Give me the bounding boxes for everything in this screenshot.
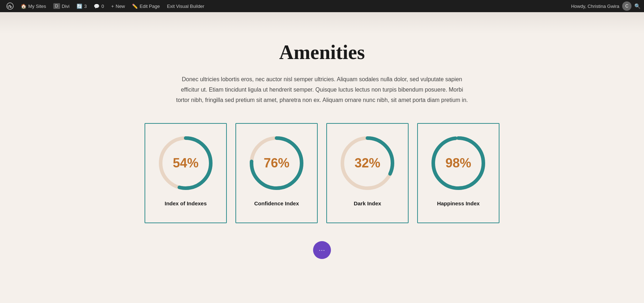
stat-value-confidence-index: 76% — [264, 156, 289, 171]
avatar-initials: C — [625, 4, 629, 9]
admin-bar: 🏠 My Sites D Divi 🔄 3 💬 0 + New ✏️ Edit … — [0, 0, 644, 12]
user-greeting: Howdy, Christina Gwira — [571, 4, 619, 9]
edit-page-label: Edit Page — [140, 4, 160, 9]
stat-label-dark-index: Dark Index — [354, 200, 381, 206]
float-action-button[interactable]: ··· — [313, 241, 331, 259]
stat-label-confidence-index: Confidence Index — [254, 200, 299, 206]
wordpress-logo-button[interactable] — [4, 0, 16, 12]
page-title: Amenities — [279, 41, 365, 64]
new-content-button[interactable]: + New — [108, 0, 128, 12]
stat-label-happiness-index: Happiness Index — [437, 200, 479, 206]
stats-grid: 54% Index of Indexes 76% Confidence Inde… — [130, 123, 514, 223]
exit-visual-builder-button[interactable]: Exit Visual Builder — [164, 0, 208, 12]
edit-page-button[interactable]: ✏️ Edit Page — [129, 0, 162, 12]
stat-value-index-of-indexes: 54% — [173, 156, 199, 171]
comments-icon: 💬 — [94, 4, 99, 9]
house-icon: 🏠 — [21, 4, 26, 9]
circle-confidence-index: 76% — [248, 135, 305, 192]
stat-value-happiness-index: 98% — [445, 156, 471, 171]
content-section: Amenities Donec ultricies lobortis eros,… — [161, 34, 483, 123]
stat-card-confidence-index: 76% Confidence Index — [235, 123, 318, 223]
divi-button[interactable]: D Divi — [50, 0, 72, 12]
circle-index-of-indexes: 54% — [157, 135, 214, 192]
stat-label-index-of-indexes: Index of Indexes — [165, 200, 207, 206]
stat-card-index-of-indexes: 54% Index of Indexes — [145, 123, 227, 223]
my-sites-label: My Sites — [28, 4, 46, 9]
circle-happiness-index: 98% — [430, 135, 487, 192]
circle-dark-index: 32% — [339, 135, 396, 192]
divi-icon: D — [53, 3, 60, 9]
stat-card-happiness-index: 98% Happiness Index — [417, 123, 499, 223]
updates-icon: 🔄 — [77, 4, 82, 9]
pencil-icon: ✏️ — [132, 4, 138, 9]
admin-bar-right: Howdy, Christina Gwira C 🔍 — [571, 1, 640, 11]
exit-vb-label: Exit Visual Builder — [167, 4, 205, 9]
ellipsis-icon: ··· — [319, 246, 325, 254]
avatar[interactable]: C — [622, 1, 631, 11]
stat-value-dark-index: 32% — [355, 156, 380, 171]
top-gradient — [0, 12, 644, 34]
page-description: Donec ultricies lobortis eros, nec aucto… — [175, 74, 469, 105]
comments-button[interactable]: 💬 0 — [91, 0, 107, 12]
page-content: Amenities Donec ultricies lobortis eros,… — [0, 0, 644, 303]
plus-icon: + — [111, 4, 114, 9]
search-icon[interactable]: 🔍 — [634, 3, 640, 9]
divi-label: Divi — [62, 4, 70, 9]
updates-count: 3 — [84, 4, 87, 9]
stat-card-dark-index: 32% Dark Index — [326, 123, 409, 223]
updates-button[interactable]: 🔄 3 — [74, 0, 89, 12]
new-label: New — [116, 4, 125, 9]
comments-count: 0 — [101, 4, 104, 9]
my-sites-button[interactable]: 🏠 My Sites — [18, 0, 49, 12]
admin-bar-left: 🏠 My Sites D Divi 🔄 3 💬 0 + New ✏️ Edit … — [4, 0, 571, 12]
